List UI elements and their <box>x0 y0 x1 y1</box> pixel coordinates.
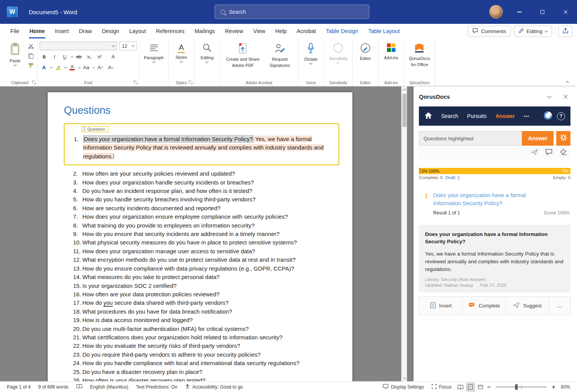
tab-acrobat[interactable]: Acrobat <box>292 24 321 38</box>
scroll-down-button[interactable] <box>402 375 407 381</box>
tab-table-layout[interactable]: Table Layout <box>363 24 405 38</box>
highlight-dropdown-icon[interactable] <box>64 66 67 68</box>
scrollbar-thumb[interactable] <box>402 94 407 127</box>
font-dialog-launcher[interactable] <box>134 81 138 85</box>
language-indicator[interactable]: English (Mauritius) <box>86 382 132 392</box>
eraser-icon[interactable] <box>560 149 567 157</box>
font-color-dropdown-icon[interactable] <box>78 66 80 68</box>
home-icon[interactable] <box>424 112 432 121</box>
addins-button[interactable]: Add-ins <box>380 40 402 61</box>
editor-button[interactable]: Editor <box>355 40 376 62</box>
format-painter-button[interactable] <box>27 61 35 70</box>
nav-more-icon[interactable]: ••• <box>524 114 530 118</box>
zoom-slider[interactable] <box>496 387 547 387</box>
create-share-pdf-button[interactable]: Create and Share Adobe PDF <box>222 40 263 69</box>
page-indicator[interactable]: Page 1 of 4 <box>3 382 34 392</box>
user-avatar[interactable] <box>489 5 503 18</box>
tab-file[interactable]: File <box>5 24 24 38</box>
panel-collapse-icon[interactable] <box>547 94 551 98</box>
qorusdocs-logo-icon[interactable] <box>544 111 552 121</box>
send-icon[interactable] <box>531 149 538 157</box>
help-icon[interactable]: ? <box>557 112 565 120</box>
strikethrough-button[interactable]: ab <box>75 52 83 61</box>
accessibility-status[interactable]: Accessibility: Good to go <box>181 382 247 392</box>
minimize-button[interactable] <box>508 0 531 24</box>
zoom-in-button[interactable] <box>550 384 557 390</box>
text-effects-dropdown-icon[interactable] <box>50 66 52 68</box>
panel-search-input[interactable]: Questions highlighted <box>419 131 522 146</box>
text-predictions-indicator[interactable]: Text Predictions: On <box>132 382 181 392</box>
focus-button[interactable]: Focus <box>428 382 455 392</box>
nav-answer[interactable]: Answer <box>495 113 515 119</box>
underline-button[interactable]: U <box>60 52 69 61</box>
suggest-button[interactable]: Suggest <box>506 297 549 315</box>
read-mode-button[interactable] <box>456 382 465 392</box>
cut-button[interactable] <box>27 42 35 51</box>
copy-button[interactable] <box>27 51 35 60</box>
tab-references[interactable]: References <box>151 24 189 38</box>
font-color-button[interactable]: A <box>68 63 77 72</box>
tab-insert[interactable]: Insert <box>50 24 74 38</box>
italic-button[interactable]: I <box>50 52 59 61</box>
styles-button[interactable]: A Styles <box>170 40 192 63</box>
text-highlight-button[interactable] <box>54 63 63 72</box>
scroll-up-button[interactable] <box>402 86 407 93</box>
shrink-font-button[interactable]: A <box>106 63 115 72</box>
request-signatures-button[interactable]: Request Signatures <box>263 40 296 69</box>
nav-search[interactable]: Search <box>441 113 458 119</box>
tab-view[interactable]: View <box>248 24 270 38</box>
text-effects-button[interactable]: A <box>40 63 48 72</box>
clear-formatting-button[interactable]: A <box>109 52 118 61</box>
bold-button[interactable]: B <box>40 52 48 61</box>
editing-button[interactable]: Editing <box>196 40 218 63</box>
comments-button[interactable]: Comments <box>468 26 510 37</box>
question-tag[interactable]: Question <box>82 126 108 132</box>
title-search-box[interactable]: Search <box>215 5 369 19</box>
proofing-status[interactable] <box>72 382 86 392</box>
panel-close-icon[interactable] <box>563 94 568 99</box>
tab-table-design[interactable]: Table Design <box>321 24 363 38</box>
grow-font-button[interactable]: A <box>96 63 105 72</box>
vertical-scrollbar[interactable] <box>401 86 407 381</box>
styles-dialog-launcher[interactable] <box>189 81 193 85</box>
qorusdocs-office-button[interactable]: QorusDocs for Office <box>406 40 433 68</box>
tab-help[interactable]: Help <box>270 24 292 38</box>
nav-pursuits[interactable]: Pursuits <box>467 113 487 119</box>
document-page[interactable]: Questions Question 1. Does your organiza… <box>48 92 352 381</box>
collapse-ribbon-button[interactable] <box>566 81 569 84</box>
change-case-button[interactable]: Aa <box>82 63 91 72</box>
clipboard-dialog-launcher[interactable] <box>32 81 36 85</box>
editing-mode-button[interactable]: Editing <box>514 26 552 37</box>
font-size-combo[interactable]: 12 <box>119 42 137 50</box>
maximize-button[interactable] <box>531 0 554 24</box>
change-case-dropdown-icon[interactable] <box>92 66 95 68</box>
settings-button[interactable] <box>556 131 570 146</box>
grammar-marked-word[interactable]: you <box>103 299 113 307</box>
tab-home[interactable]: Home <box>24 24 50 38</box>
display-settings-button[interactable]: Display Settings <box>379 382 428 392</box>
dictate-button[interactable]: Dictate <box>300 40 322 65</box>
zoom-level[interactable]: 80% <box>557 382 574 392</box>
web-layout-button[interactable] <box>476 382 485 392</box>
result-question-link[interactable]: Does your organization have a formal Inf… <box>433 191 549 208</box>
chat-icon[interactable] <box>545 149 553 157</box>
superscript-button[interactable]: x² <box>95 52 104 61</box>
share-button[interactable] <box>559 26 572 37</box>
print-layout-button[interactable] <box>466 382 475 392</box>
more-actions-button[interactable]: ... <box>549 297 570 315</box>
close-button[interactable] <box>554 0 577 24</box>
answer-button[interactable]: Answer <box>522 131 554 146</box>
underline-dropdown-icon[interactable] <box>71 55 73 57</box>
paste-button[interactable]: Paste <box>4 40 26 66</box>
insert-button[interactable]: Insert <box>419 297 463 315</box>
tab-layout[interactable]: Layout <box>124 24 151 38</box>
zoom-slider-thumb[interactable] <box>515 384 518 390</box>
tab-mailings[interactable]: Mailings <box>190 24 220 38</box>
font-name-combo[interactable] <box>40 42 117 50</box>
word-count[interactable]: 9 of 689 words <box>34 382 72 392</box>
tab-review[interactable]: Review <box>220 24 248 38</box>
highlighted-question-text[interactable]: Does your organization have a formal Inf… <box>83 135 253 143</box>
complete-button[interactable]: Complete <box>463 297 506 315</box>
tab-design[interactable]: Design <box>97 24 124 38</box>
subscript-button[interactable]: x₂ <box>85 52 94 61</box>
